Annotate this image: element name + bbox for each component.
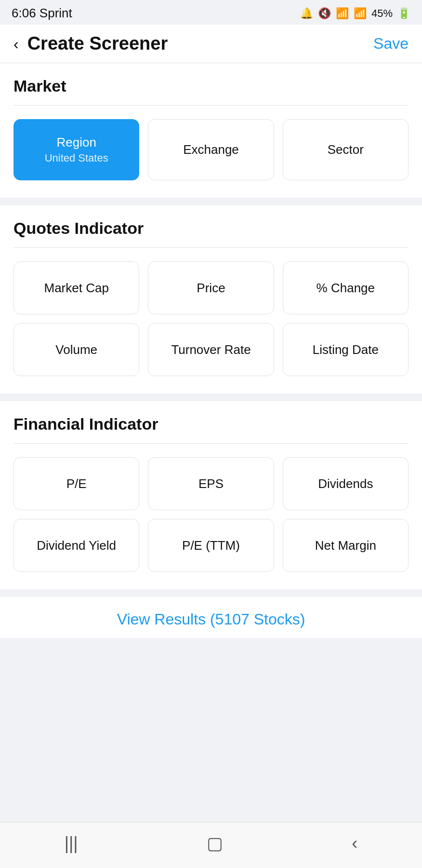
region-btn-inner: Region United States [45,135,108,164]
page-title: Create Screener [27,33,168,54]
view-results-button[interactable]: View Results (5107 Stocks) [117,610,305,628]
content: Market Region United States Exchange Sec… [0,63,422,822]
turnover-rate-filter-button[interactable]: Turnover Rate [148,323,274,376]
mute-icon: 🔇 [318,7,331,20]
pe-btn-title: P/E [66,476,87,491]
pe-filter-button[interactable]: P/E [13,457,139,510]
exchange-btn-title: Exchange [183,142,239,157]
sector-filter-button[interactable]: Sector [283,119,409,180]
nav-left: ‹ Create Screener [13,33,168,54]
price-btn-title: Price [197,281,225,296]
region-btn-title: Region [56,135,96,150]
view-results-bar: View Results (5107 Stocks) [0,597,422,638]
wifi-icon: 📶 [336,7,349,20]
bottom-nav-back-icon[interactable]: ‹ [352,833,357,854]
status-time-carrier: 6:06 Sprint [12,6,72,21]
region-btn-subtitle: United States [45,152,108,164]
sector-btn-title: Sector [328,142,364,157]
bottom-nav-home-icon[interactable]: ▢ [207,833,223,854]
listing-date-btn-title: Listing Date [313,342,379,357]
exchange-btn-inner: Exchange [183,142,239,157]
market-filter-grid: Region United States Exchange Sector [13,119,409,180]
save-button[interactable]: Save [373,35,409,53]
back-button[interactable]: ‹ [13,36,19,52]
battery-label: 45% [371,7,393,20]
pe-ttm-btn-title: P/E (TTM) [182,538,240,553]
dividend-yield-filter-button[interactable]: Dividend Yield [13,519,139,572]
eps-filter-button[interactable]: EPS [148,457,274,510]
market-cap-filter-button[interactable]: Market Cap [13,261,139,314]
price-filter-button[interactable]: Price [148,261,274,314]
status-bar: 6:06 Sprint 🔔 🔇 📶 📶 45% 🔋 [0,0,422,25]
quotes-divider [13,247,409,248]
alarm-icon: 🔔 [300,7,313,20]
volume-filter-button[interactable]: Volume [13,323,139,376]
dividends-filter-button[interactable]: Dividends [283,457,409,510]
listing-date-filter-button[interactable]: Listing Date [283,323,409,376]
financial-divider [13,443,409,444]
dividends-btn-title: Dividends [318,476,373,491]
sector-btn-inner: Sector [328,142,364,157]
net-margin-filter-button[interactable]: Net Margin [283,519,409,572]
financial-indicator-section: Financial Indicator P/E EPS Dividends Di… [0,401,422,589]
net-margin-btn-title: Net Margin [315,538,376,553]
quotes-filter-grid: Market Cap Price % Change Volume Turnove… [13,261,409,376]
financial-filter-grid: P/E EPS Dividends Dividend Yield P/E (TT… [13,457,409,572]
exchange-filter-button[interactable]: Exchange [148,119,274,180]
market-section-title: Market [13,77,409,95]
status-icons: 🔔 🔇 📶 📶 45% 🔋 [300,7,410,20]
pe-ttm-filter-button[interactable]: P/E (TTM) [148,519,274,572]
turnover-rate-btn-title: Turnover Rate [171,342,251,357]
bottom-nav-menu-icon[interactable]: ||| [65,833,78,854]
quotes-indicator-section: Quotes Indicator Market Cap Price % Chan… [0,205,422,393]
financial-section-title: Financial Indicator [13,415,409,434]
region-filter-button[interactable]: Region United States [13,119,139,180]
nav-bar: ‹ Create Screener Save [0,25,422,63]
signal-icon: 📶 [354,7,367,20]
eps-btn-title: EPS [198,476,224,491]
pct-change-btn-title: % Change [316,281,375,296]
market-section: Market Region United States Exchange Sec… [0,63,422,198]
quotes-section-title: Quotes Indicator [13,219,409,238]
dividend-yield-btn-title: Dividend Yield [37,538,116,553]
battery-icon: 🔋 [397,7,410,20]
pct-change-filter-button[interactable]: % Change [283,261,409,314]
bottom-nav: ||| ▢ ‹ [0,822,422,868]
market-cap-btn-title: Market Cap [44,281,108,296]
volume-btn-title: Volume [55,342,97,357]
market-divider [13,105,409,106]
